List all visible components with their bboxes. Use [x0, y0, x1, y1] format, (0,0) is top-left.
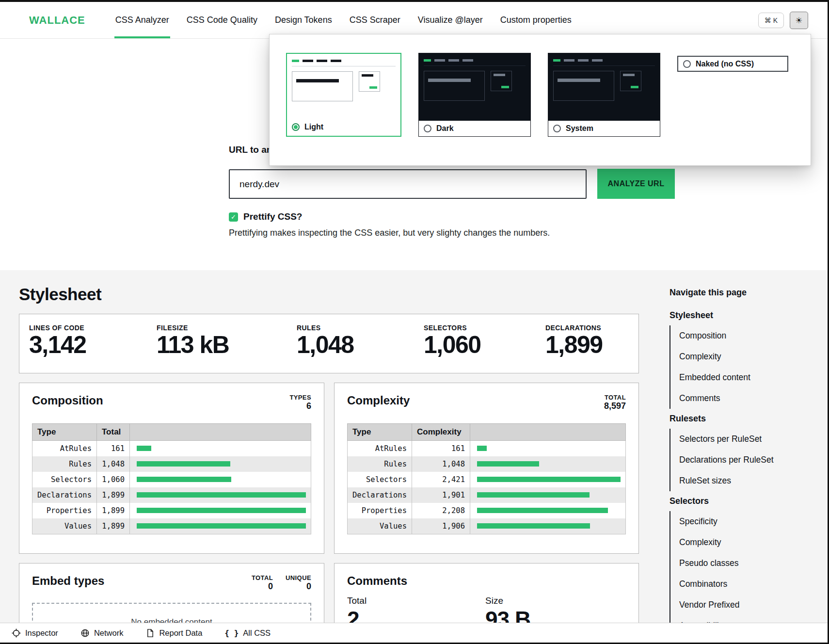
table-row: Rules 1,048: [348, 456, 626, 472]
stat-lines-of-code: LINES OF CODE 3,142: [29, 324, 157, 363]
system-radio[interactable]: [553, 125, 561, 132]
nav-visualize-layer[interactable]: Visualize @layer: [409, 2, 492, 38]
complexity-table: Type Complexity AtRules 161 Rules 1,048: [347, 423, 626, 534]
comments-total: Total 2: [347, 596, 485, 623]
page-nav-title: Navigate this page: [670, 288, 805, 298]
nav-custom-properties[interactable]: Custom properties: [492, 2, 580, 38]
theme-option-light[interactable]: Light: [286, 53, 401, 137]
preview-navbar: [553, 57, 655, 66]
header-actions: ⌘ K ☀: [758, 12, 808, 29]
nav-css-analyzer[interactable]: CSS Analyzer: [107, 2, 178, 38]
light-radio[interactable]: [292, 123, 300, 131]
theme-label: System: [566, 124, 593, 133]
prettify-label: Prettify CSS?: [243, 211, 302, 222]
nav-css-scraper[interactable]: CSS Scraper: [341, 2, 409, 38]
composition-title: Composition: [32, 394, 103, 407]
table-row: Selectors 1,060: [32, 472, 311, 487]
preview-button: [359, 71, 380, 92]
composition-card: Composition TYPES 6 Type Total AtRules: [19, 383, 324, 554]
stat-selectors: SELECTORS 1,060: [424, 324, 545, 363]
bar: [137, 508, 306, 513]
stat-rules: RULES 1,048: [297, 324, 424, 363]
table-row: Properties 1,899: [32, 503, 311, 518]
top-nav-bar: WALLACE CSS Analyzer CSS Code Quality De…: [0, 2, 828, 39]
sun-icon: ☀: [795, 16, 802, 25]
bar: [137, 492, 306, 498]
preview-input: [553, 71, 614, 101]
theme-toggle-button[interactable]: ☀: [790, 12, 808, 29]
main-nav: CSS Analyzer CSS Code Quality Design Tok…: [107, 2, 580, 38]
nav-css-code-quality[interactable]: CSS Code Quality: [178, 2, 266, 38]
page-nav-sidebar: Navigate this page Stylesheet Compositio…: [670, 288, 805, 623]
page-nav-item[interactable]: Vendor Prefixed: [670, 595, 805, 615]
page-nav-item[interactable]: Selectors per RuleSet: [670, 429, 805, 450]
bar: [137, 461, 230, 467]
stylesheet-stats-card: LINES OF CODE 3,142 FILESIZE 113 kB RULE…: [19, 314, 639, 373]
page-title: Stylesheet: [19, 285, 101, 304]
page-nav-item[interactable]: Pseudo classes: [670, 553, 805, 574]
preview-input: [292, 71, 353, 101]
page-nav-item[interactable]: Complexity: [670, 532, 805, 553]
table-row: Rules 1,048: [32, 456, 311, 472]
complexity-card: Complexity TOTAL 8,597 Type Complexity: [334, 383, 639, 554]
page-nav-group-stylesheet: Stylesheet: [670, 306, 805, 325]
bar: [137, 477, 231, 482]
prettify-note: Prettifying makes inspecting the CSS eas…: [229, 228, 550, 238]
wallace-logo[interactable]: WALLACE: [29, 14, 85, 27]
composition-table: Type Total AtRules 161 Rules 1,048: [32, 423, 311, 534]
table-row: Selectors 2,421: [348, 472, 626, 487]
page-nav-item[interactable]: RuleSet sizes: [670, 470, 805, 491]
light-theme-preview: [287, 54, 400, 118]
inspector-icon: [12, 628, 21, 638]
all-css-braces-icon: { }: [224, 628, 239, 638]
preview-button: [620, 71, 641, 91]
page-nav-item[interactable]: Complexity: [670, 346, 805, 367]
page-nav-item[interactable]: Specificity: [670, 511, 805, 532]
network-tab[interactable]: Network: [80, 628, 124, 638]
table-row: Declarations 1,899: [32, 487, 311, 503]
table-row: Properties 2,208: [348, 503, 626, 518]
page-nav-group-rulesets: Rulesets: [670, 409, 805, 429]
page-nav-item[interactable]: Combinators: [670, 574, 805, 595]
analyze-url-button[interactable]: ANALYZE URL: [597, 169, 675, 199]
prettify-checkbox[interactable]: [229, 212, 238, 222]
theme-label: Naked (no CSS): [696, 60, 754, 68]
stat-declarations: DECLARATIONS 1,899: [545, 324, 603, 363]
empty-embed-box: No embedded content: [32, 603, 311, 623]
table-row: Declarations 1,901: [348, 487, 626, 503]
system-theme-preview: [548, 53, 660, 120]
theme-option-system[interactable]: System: [548, 53, 660, 137]
preview-input: [424, 71, 485, 101]
all-css-tab[interactable]: { } All CSS: [224, 628, 271, 638]
bar: [477, 446, 487, 451]
inspector-tab[interactable]: Inspector: [12, 628, 58, 638]
embed-types-card: Embed types TOTAL 0 UNIQUE 0 No embedded…: [19, 563, 324, 623]
nav-design-tokens[interactable]: Design Tokens: [266, 2, 341, 38]
theme-label: Dark: [436, 124, 454, 133]
page-nav-group-selectors: Selectors: [670, 491, 805, 511]
theme-option-dark[interactable]: Dark: [418, 53, 531, 137]
naked-radio[interactable]: [683, 60, 691, 68]
page-nav-item[interactable]: Composition: [670, 325, 805, 346]
dark-radio[interactable]: [424, 125, 431, 132]
page-nav-item[interactable]: Embedded content: [670, 367, 805, 388]
theme-picker-popup: Light Dark: [269, 34, 811, 166]
table-row: AtRules 161: [32, 440, 311, 456]
complexity-title: Complexity: [347, 394, 410, 407]
bar: [137, 446, 151, 451]
table-row: Values 1,906: [348, 518, 626, 534]
bar: [477, 492, 590, 498]
comments-title: Comments: [347, 574, 407, 588]
app-window: WALLACE CSS Analyzer CSS Code Quality De…: [0, 0, 829, 644]
table-row: AtRules 161: [348, 440, 626, 456]
page-nav-item[interactable]: Declarations per RuleSet: [670, 450, 805, 470]
url-input[interactable]: [229, 169, 587, 199]
preview-navbar: [292, 58, 396, 66]
command-k-shortcut-button[interactable]: ⌘ K: [758, 13, 784, 28]
comments-size: Size 93 B: [485, 596, 623, 623]
report-data-tab[interactable]: Report Data: [145, 628, 202, 638]
preview-navbar: [424, 57, 526, 66]
page-nav-item[interactable]: Comments: [670, 388, 805, 409]
theme-option-naked[interactable]: Naked (no CSS): [677, 56, 788, 72]
page-nav-item[interactable]: Accessibility: [670, 615, 805, 623]
